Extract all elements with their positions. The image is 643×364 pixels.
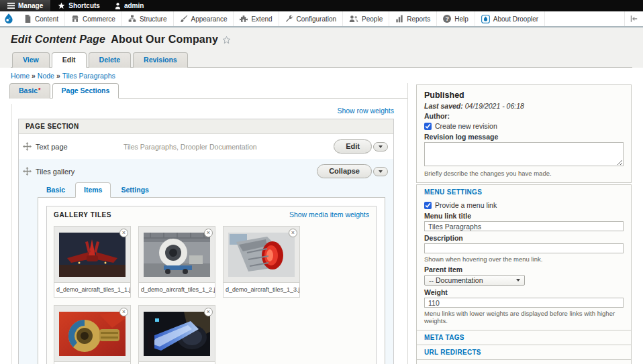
drag-handle-icon[interactable] (23, 142, 32, 151)
simple-xml-sitemap-summary[interactable]: SIMPLE XML SITEMAP (417, 360, 631, 364)
manage-menu-item[interactable]: Manage (0, 0, 50, 11)
revision-log-textarea[interactable] (424, 142, 624, 166)
breadcrumb-home[interactable]: Home (11, 72, 30, 80)
toolbar-item-extend[interactable]: Extend (234, 11, 279, 26)
remove-media-icon[interactable]: × (119, 229, 128, 237)
paragraph-title: Tiles gallery (23, 167, 317, 176)
admin-toolbar: Content Commerce Structure Appearance Ex… (0, 11, 643, 27)
media-tile: × d_demo_aircraft_tiles_1_5.jpg (138, 305, 215, 364)
caret-down-icon (379, 145, 383, 148)
toolbar-item-structure[interactable]: Structure (122, 11, 174, 26)
create-new-revision-checkbox[interactable] (424, 123, 432, 130)
form-tab-page-sections[interactable]: Page Sections (52, 83, 119, 99)
gallery-tab-basic[interactable]: Basic (38, 182, 74, 198)
form-tab-basic[interactable]: Basic* (9, 83, 50, 99)
store-icon (71, 15, 79, 23)
parent-item-label: Parent item (424, 265, 624, 274)
publish-status: Published (424, 90, 624, 100)
media-thumbnail-engine-red-glow (228, 233, 295, 277)
page-header: Edit Content Page About Our Company View… (0, 27, 643, 68)
parent-item-value: -- Documentation (429, 276, 483, 284)
media-filename: d_demo_aircraft_tiles_1_4.jpg (54, 361, 130, 364)
breadcrumb-node[interactable]: Node (38, 72, 54, 80)
drag-handle-icon[interactable] (23, 167, 32, 176)
menu-link-title-input[interactable] (424, 221, 624, 231)
collapse-button[interactable]: Collapse (317, 164, 372, 178)
page: Manage Shortcuts admin Content Commerce … (0, 0, 643, 364)
help-icon: ? (443, 15, 451, 23)
breadcrumb-separator: » (56, 72, 60, 80)
toolbar-label: Configuration (297, 15, 336, 23)
last-saved-label: Last saved: (424, 102, 463, 110)
gallery-tiles-fieldset: GALLERY TILES Show media item weights × (46, 206, 377, 364)
select-arrow-icon (516, 279, 520, 282)
last-saved-value: 04/19/2021 - 06:18 (465, 102, 524, 110)
required-marker: * (38, 86, 41, 93)
bookmark-star-icon[interactable] (222, 36, 231, 44)
revision-log-label: Revision log message (424, 133, 624, 141)
user-menu-item[interactable]: admin (107, 0, 151, 11)
shortcuts-menu-item[interactable]: Shortcuts (50, 0, 107, 11)
page-title: Edit Content Page About Our Company (11, 34, 632, 46)
user-label: admin (124, 2, 144, 9)
toolbar-label: Commerce (83, 15, 115, 23)
media-tile: × d_demo_aircraft_tiles_1_4.jpg (54, 305, 131, 364)
url-redirects-section: URL REDIRECTS (416, 345, 632, 360)
tab-revisions[interactable]: Revisions (133, 52, 188, 68)
paragraph-title: Text page (23, 142, 123, 151)
tiles-gallery-header: Tiles gallery Collapse (23, 163, 388, 182)
gallery-tabs: Basic Items Settings (38, 182, 385, 198)
toolbar-item-people[interactable]: People (343, 11, 389, 26)
toolbar-item-configuration[interactable]: Configuration (279, 11, 343, 26)
media-thumbnail-blue-afterburner (144, 312, 210, 356)
gallery-tab-items[interactable]: Items (75, 182, 111, 198)
create-new-revision-row: Create new revision (424, 122, 624, 130)
revision-log-help: Briefly describe the changes you have ma… (424, 170, 624, 177)
toolbar-item-reports[interactable]: Reports (389, 11, 437, 26)
form-main-column: Basic* Page Sections Show row weights PA… (0, 83, 408, 364)
media-tile: × d_demo_aircraft_tiles_1_1.jpg (54, 226, 131, 298)
droopler-logo[interactable] (0, 11, 18, 26)
toolbar-spacer (545, 11, 624, 26)
toolbar-orientation-toggle[interactable] (624, 11, 643, 26)
weight-help: Menu links with lower weights are displa… (424, 310, 624, 324)
star-icon (58, 2, 65, 9)
weight-input[interactable] (424, 298, 624, 308)
show-row-weights-link[interactable]: Show row weights (337, 107, 394, 115)
show-media-item-weights-link[interactable]: Show media item weights (289, 210, 369, 219)
toolbar-item-appearance[interactable]: Appearance (174, 11, 234, 26)
manage-label: Manage (18, 2, 43, 9)
description-input[interactable] (424, 243, 624, 253)
url-redirects-summary[interactable]: URL REDIRECTS (417, 345, 631, 359)
toolbar-label: Appearance (191, 15, 228, 23)
tab-delete[interactable]: Delete (89, 52, 132, 68)
media-thumbnail-engine-hangar (144, 233, 210, 277)
publish-meta-box: Published Last saved: 04/19/2021 - 06:18… (416, 84, 632, 183)
tab-view[interactable]: View (12, 52, 50, 68)
media-tiles: × d_demo_aircraft_tiles_1_1.jpg × (47, 222, 376, 364)
gallery-tiles-legend: GALLERY TILES (54, 211, 111, 219)
parent-item-select[interactable]: -- Documentation (424, 275, 525, 286)
page-sections-panel: Show row weights PAGE SECTION Text page … (11, 104, 407, 364)
remove-media-icon[interactable]: × (204, 308, 213, 316)
menu-settings-body: Provide a menu link Menu link title Desc… (417, 199, 631, 330)
meta-tags-summary[interactable]: META TAGS (417, 330, 631, 345)
toolbar-item-commerce[interactable]: Commerce (65, 11, 122, 26)
menu-settings-summary[interactable]: MENU SETTINGS (417, 185, 631, 199)
primary-tabs: View Edit Delete Revisions (11, 52, 632, 68)
edit-button[interactable]: Edit (334, 139, 372, 154)
edit-dropdown-toggle[interactable] (373, 142, 388, 151)
provide-menu-link-checkbox[interactable] (424, 202, 432, 209)
media-filename: d_demo_aircraft_tiles_1_5.jpg (139, 361, 215, 364)
tab-edit[interactable]: Edit (52, 52, 87, 68)
breadcrumb-current[interactable]: Tiles Paragraphs (62, 72, 115, 80)
toolbar-item-content[interactable]: Content (18, 11, 65, 26)
toolbar-item-help[interactable]: ? Help (437, 11, 475, 26)
remove-media-icon[interactable]: × (204, 229, 213, 237)
remove-media-icon[interactable]: × (119, 308, 128, 316)
toolbar-item-about-droopler[interactable]: About Droopler (475, 11, 545, 26)
toolbar-label: Help (454, 15, 468, 23)
collapse-dropdown-toggle[interactable] (373, 167, 388, 176)
gallery-tab-settings[interactable]: Settings (112, 182, 157, 198)
remove-media-icon[interactable]: × (289, 229, 297, 237)
